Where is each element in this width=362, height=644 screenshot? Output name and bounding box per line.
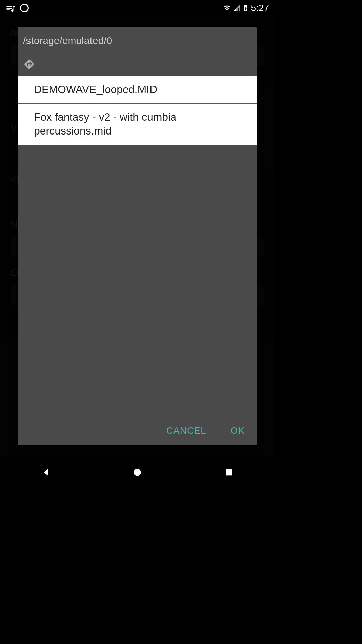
home-button[interactable] [127, 462, 147, 482]
cancel-button[interactable]: CANCEL [162, 423, 210, 439]
file-picker-dialog: /storage/emulated/0 DEMOWAVE_looped.MID … [18, 27, 257, 445]
ok-button[interactable]: OK [227, 423, 249, 439]
directions-icon[interactable] [23, 58, 35, 70]
dialog-header: /storage/emulated/0 [18, 27, 257, 46]
navigation-bar [0, 456, 275, 488]
svg-point-0 [134, 469, 141, 476]
dialog-nav-row[interactable] [18, 46, 257, 76]
status-time: 5:27 [251, 3, 269, 13]
battery-charging-icon [242, 4, 250, 12]
status-right-icons: 5:27 [223, 3, 269, 13]
current-path: /storage/emulated/0 [23, 35, 251, 46]
file-item[interactable]: Fox fantasy - v2 - with cumbia percussio… [18, 104, 257, 145]
recents-button[interactable] [219, 462, 239, 482]
back-button[interactable] [36, 462, 56, 482]
dialog-footer: CANCEL OK [18, 417, 257, 445]
status-bar: 5:27 [0, 0, 275, 16]
queue-music-icon [5, 4, 15, 12]
status-left-icons [5, 4, 29, 12]
file-list: DEMOWAVE_looped.MID Fox fantasy - v2 - w… [18, 76, 257, 417]
file-item[interactable]: DEMOWAVE_looped.MID [18, 76, 257, 104]
cell-signal-icon [232, 4, 240, 12]
svg-rect-1 [226, 469, 232, 476]
circle-icon [20, 4, 29, 12]
wifi-icon [223, 4, 231, 12]
